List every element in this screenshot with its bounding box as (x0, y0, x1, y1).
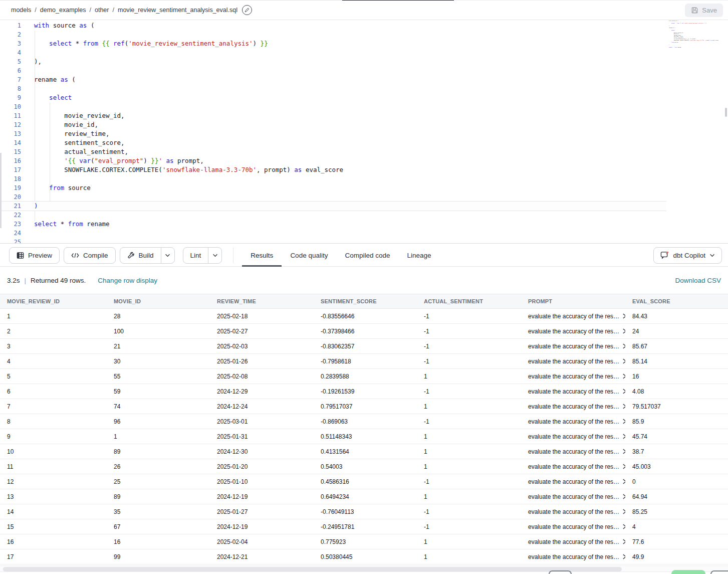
cell-movie_review_id: 5 (0, 369, 107, 384)
sql-code-editor[interactable]: 1with source as (23 select * from {{ ref… (0, 20, 728, 244)
download-csv-link[interactable]: Download CSV (675, 277, 721, 284)
copilot-dropdown-chevron-icon (709, 254, 715, 257)
tab-lineage[interactable]: Lineage (399, 244, 440, 267)
editor-vertical-scrollbar[interactable] (725, 108, 727, 117)
column-header-eval_score[interactable]: EVAL_SCORE (625, 294, 728, 308)
column-header-actual_sentiment[interactable]: ACTUAL_SENTIMENT (417, 294, 521, 308)
line-number: 19 (0, 183, 21, 193)
column-header-prompt[interactable]: PROMPT (521, 294, 625, 308)
editor-minimap[interactable]: with source as ( select * from {{ ref('m… (669, 20, 725, 49)
cell-prompt: evaluate the accuracy of the res… (521, 384, 625, 399)
cell-movie_id: 25 (107, 474, 210, 489)
breadcrumb-separator: / (35, 7, 36, 14)
edit-pencil-icon[interactable] (242, 5, 252, 15)
build-button[interactable]: Build (120, 248, 161, 263)
code-line-8[interactable]: 8 (0, 84, 666, 93)
compile-button[interactable]: Compile (64, 247, 116, 264)
code-line-6[interactable]: 6 (0, 66, 666, 75)
code-line-14[interactable]: 14 sentiment_score, (0, 138, 666, 147)
tab-results[interactable]: Results (242, 244, 282, 267)
code-line-11[interactable]: 11 movie_review_id, (0, 111, 666, 120)
cell-sentiment_score: -0.76049113 (314, 504, 417, 519)
code-line-15[interactable]: 15 actual_sentiment, (0, 147, 666, 156)
partial-button[interactable] (549, 570, 572, 574)
code-line-20[interactable]: 20 (0, 193, 666, 202)
code-line-16[interactable]: 16 '{{ var("eval_prompt") }}' as prompt, (0, 156, 666, 165)
table-row: 4302025-01-26-0.7958618-1evaluate the ac… (0, 354, 728, 369)
code-line-17[interactable]: 17 SNOWFLAKE.CORTEX.COMPLETE('snowflake-… (0, 165, 666, 174)
code-line-18[interactable]: 18 (0, 174, 666, 183)
partial-green-button[interactable] (671, 570, 705, 574)
scrollbar-thumb[interactable] (3, 567, 622, 571)
cell-prompt: evaluate the accuracy of the res… (521, 354, 625, 368)
build-label: Build (139, 252, 154, 259)
save-icon (691, 7, 698, 14)
cell-prompt: evaluate the accuracy of the res… (521, 444, 625, 459)
code-line-13[interactable]: 13 review_time, (0, 129, 666, 138)
table-header-row: MOVIE_REVIEW_IDMOVIE_IDREVIEW_TIMESENTIM… (0, 294, 728, 309)
cell-movie_review_id: 13 (0, 489, 107, 504)
code-text: ), (34, 57, 42, 66)
code-line-5[interactable]: 5), (0, 57, 666, 66)
breadcrumb-segment[interactable]: other (95, 7, 109, 14)
code-text: review_time, (34, 129, 110, 138)
code-line-24[interactable]: 24 (0, 229, 666, 238)
build-dropdown-chevron-icon[interactable] (161, 248, 174, 263)
cell-actual_sentiment: 1 (417, 534, 521, 549)
code-line-10[interactable]: 10 (0, 102, 666, 111)
code-line-3[interactable]: 3 select * from {{ ref('movie_review_sen… (0, 39, 666, 48)
cell-eval_score: 49.9 (625, 549, 728, 564)
code-text: select * from rename (34, 220, 110, 229)
cell-review_time: 2025-03-01 (210, 414, 314, 429)
change-row-display-link[interactable]: Change row display (98, 277, 157, 284)
column-header-sentiment_score[interactable]: SENTIMENT_SCORE (314, 294, 417, 308)
prompt-preview-text: evaluate the accuracy of the res… (528, 448, 619, 455)
code-line-21[interactable]: 21) (0, 202, 666, 211)
save-button[interactable]: Save (685, 4, 723, 17)
cell-movie_review_id: 16 (0, 534, 107, 549)
prompt-preview-text: evaluate the accuracy of the res… (528, 493, 619, 500)
lint-dropdown-chevron-icon[interactable] (208, 248, 221, 263)
code-line-19[interactable]: 19 from source (0, 183, 666, 193)
tab-code-quality[interactable]: Code quality (282, 244, 336, 267)
breadcrumb-segment[interactable]: models (11, 7, 31, 14)
code-line-9[interactable]: 9 select (0, 93, 666, 102)
code-line-22[interactable]: 22 (0, 211, 666, 220)
cell-movie_review_id: 1 (0, 309, 107, 323)
breadcrumb-segment[interactable]: movie_review_sentiment_analysis_eval.sql (118, 7, 237, 14)
code-line-1[interactable]: 1with source as ( (0, 21, 666, 30)
code-line-7[interactable]: 7rename as ( (0, 75, 666, 84)
cell-movie_id: 35 (107, 504, 210, 519)
column-header-movie_id[interactable]: MOVIE_ID (107, 294, 210, 308)
code-line-4[interactable]: 4 (0, 48, 666, 57)
cell-movie_review_id: 12 (0, 474, 107, 489)
cell-movie_id: 89 (107, 489, 210, 504)
line-number: 20 (0, 193, 21, 202)
code-line-23[interactable]: 23select * from rename (0, 220, 666, 229)
cell-review_time: 2025-01-31 (210, 429, 314, 444)
breadcrumb-segment[interactable]: demo_examples (40, 7, 86, 14)
column-header-movie_review_id[interactable]: MOVIE_REVIEW_ID (0, 294, 107, 308)
cell-eval_score: 84.43 (625, 309, 728, 323)
code-line-12[interactable]: 12 movie_id, (0, 120, 666, 129)
preview-button[interactable]: Preview (9, 247, 60, 264)
table-horizontal-scrollbar[interactable] (0, 565, 728, 572)
cell-prompt: evaluate the accuracy of the res… (521, 414, 625, 429)
cell-sentiment_score: 0.50380445 (314, 549, 417, 564)
code-line-2[interactable]: 2 (0, 30, 666, 39)
file-header-bar: models/demo_examples/other/movie_review_… (0, 1, 728, 20)
dbt-copilot-button[interactable]: dbt Copilot (653, 247, 722, 264)
table-row: 7742024-12-240.795170371evaluate the acc… (0, 399, 728, 414)
toolbar-divider (233, 248, 233, 263)
cell-movie_id: 28 (107, 309, 210, 323)
partial-button[interactable] (710, 570, 728, 574)
code-line-25[interactable]: 25 (0, 238, 666, 244)
lint-button[interactable]: Lint (183, 248, 208, 263)
column-header-review_time[interactable]: REVIEW_TIME (210, 294, 314, 308)
line-number: 2 (0, 30, 21, 39)
cell-sentiment_score: -0.37398466 (314, 324, 417, 338)
code-lines[interactable]: 1with source as (23 select * from {{ ref… (0, 21, 666, 244)
code-text: rename as ( (34, 75, 76, 84)
cell-sentiment_score: 0.51148343 (314, 429, 417, 444)
tab-compiled-code[interactable]: Compiled code (336, 244, 398, 267)
